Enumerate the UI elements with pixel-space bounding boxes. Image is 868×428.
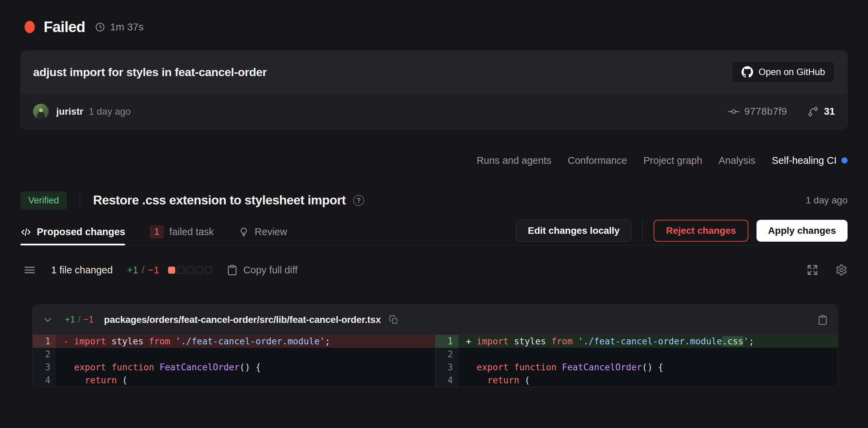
copy-full-diff-label: Copy full diff bbox=[243, 265, 298, 276]
fix-time: 1 day ago bbox=[806, 195, 848, 206]
avatar bbox=[33, 104, 49, 119]
line-number: 4 bbox=[33, 374, 56, 387]
commit-author: juristr 1 day ago bbox=[33, 104, 131, 119]
code-content bbox=[56, 348, 435, 361]
tab-label: Proposed changes bbox=[37, 226, 125, 238]
code-content: return ( bbox=[459, 374, 838, 387]
github-icon bbox=[742, 66, 753, 78]
help-icon[interactable]: ? bbox=[353, 195, 364, 206]
commit-hash[interactable]: 9778b7f9 bbox=[744, 106, 787, 117]
commit-time: 1 day ago bbox=[89, 106, 131, 117]
nav-item-project-graph[interactable]: Project graph bbox=[643, 155, 702, 166]
fix-title: Restore .css extension to stylesheet imp… bbox=[93, 193, 346, 208]
copy-full-diff-button[interactable]: Copy full diff bbox=[226, 264, 298, 276]
nav-item-label: Self-healing CI bbox=[772, 155, 837, 166]
bulb-icon bbox=[238, 227, 249, 238]
commit-meta: 9778b7f9 31 bbox=[728, 105, 835, 118]
tab-proposed-changes[interactable]: Proposed changes bbox=[20, 219, 125, 245]
clock-icon bbox=[95, 22, 105, 32]
diff-line[interactable]: 2 bbox=[33, 348, 435, 361]
code-icon bbox=[20, 227, 31, 238]
diff-line[interactable]: 1+ import styles from './feat-cancel-ord… bbox=[435, 335, 838, 348]
workspace-nav: Runs and agents Conformance Project grap… bbox=[20, 150, 848, 171]
code-content bbox=[459, 348, 838, 361]
diff-toolbar-right bbox=[807, 264, 848, 276]
status-label: Failed bbox=[44, 18, 85, 35]
deletions-count: −1 bbox=[148, 265, 159, 276]
expand-icon[interactable] bbox=[807, 264, 818, 276]
ratio-block bbox=[177, 267, 184, 274]
diff-pane-old: 1- import styles from './feat-cancel-ord… bbox=[33, 335, 435, 387]
file-deletions: −1 bbox=[83, 314, 94, 325]
divider bbox=[642, 221, 643, 240]
edit-changes-locally-button[interactable]: Edit changes locally bbox=[516, 220, 631, 242]
code-content: return ( bbox=[56, 374, 435, 387]
page: Failed 1m 37s adjust import for styles i… bbox=[0, 16, 868, 387]
open-on-github-button[interactable]: Open on GitHub bbox=[732, 61, 835, 83]
diff-line[interactable]: 3 export function FeatCancelOrder() { bbox=[33, 361, 435, 374]
code-content: + import styles from './feat-cancel-orde… bbox=[459, 335, 838, 348]
menu-icon[interactable] bbox=[23, 263, 36, 276]
tab-review[interactable]: Review bbox=[238, 219, 287, 245]
nav-item-runs-and-agents[interactable]: Runs and agents bbox=[477, 155, 551, 166]
fix-tabs-row: Proposed changes 1 failed task Review Ed… bbox=[20, 219, 848, 245]
diff-line[interactable]: 2 bbox=[435, 348, 838, 361]
diff-line[interactable]: 4 return ( bbox=[33, 374, 435, 387]
ratio-block bbox=[196, 267, 203, 274]
diff-line[interactable]: 1- import styles from './feat-cancel-ord… bbox=[33, 335, 435, 348]
diff-toolbar: 1 file changed +1 / −1 Copy full diff bbox=[20, 259, 848, 281]
branch-icon bbox=[807, 105, 819, 118]
fix-header: Verified Restore .css extension to style… bbox=[20, 190, 848, 211]
file-additions: +1 bbox=[65, 314, 75, 325]
gear-icon[interactable] bbox=[835, 264, 848, 276]
commit-card-meta: juristr 1 day ago 9778b7f9 31 bbox=[21, 94, 847, 129]
diff-pane-new: 1+ import styles from './feat-cancel-ord… bbox=[435, 335, 838, 387]
ratio-block bbox=[186, 267, 194, 274]
notification-dot-icon bbox=[841, 157, 848, 163]
commit-icon bbox=[728, 106, 739, 117]
failed-count-badge: 1 bbox=[150, 225, 164, 239]
diff-line[interactable]: 4 return ( bbox=[435, 374, 838, 387]
open-on-github-label: Open on GitHub bbox=[759, 67, 825, 77]
additions-count: +1 bbox=[127, 265, 138, 276]
code-content: - import styles from './feat-cancel-orde… bbox=[56, 335, 435, 348]
branch-count-wrap[interactable]: 31 bbox=[807, 105, 835, 118]
verified-badge: Verified bbox=[20, 191, 67, 210]
line-number: 4 bbox=[435, 374, 459, 387]
code-content: export function FeatCancelOrder() { bbox=[56, 361, 435, 374]
failed-status-icon bbox=[25, 21, 35, 33]
tab-failed-task[interactable]: 1 failed task bbox=[150, 219, 214, 245]
file-stat-separator: / bbox=[78, 314, 81, 325]
copy-file-diff-icon[interactable] bbox=[817, 314, 828, 325]
copy-path-icon[interactable] bbox=[389, 315, 399, 325]
stat-separator: / bbox=[142, 265, 145, 276]
diff-panel: +1 / −1 packages/orders/feat-cancel-orde… bbox=[32, 304, 838, 387]
clipboard-icon bbox=[226, 264, 238, 276]
divider bbox=[80, 190, 80, 210]
line-number: 3 bbox=[33, 361, 56, 374]
chevron-down-icon[interactable] bbox=[42, 314, 53, 325]
tab-label: Review bbox=[255, 226, 287, 238]
nav-item-analysis[interactable]: Analysis bbox=[719, 155, 755, 166]
diff-line[interactable]: 3 export function FeatCancelOrder() { bbox=[435, 361, 838, 374]
branch-count: 31 bbox=[824, 106, 835, 117]
duration-label: 1m 37s bbox=[110, 21, 144, 33]
fix-actions: Edit changes locally Reject changes Appl… bbox=[516, 220, 848, 244]
line-number: 3 bbox=[435, 361, 459, 374]
ratio-block bbox=[205, 267, 212, 274]
line-number: 1 bbox=[33, 335, 56, 348]
diff-body: 1- import styles from './feat-cancel-ord… bbox=[33, 335, 838, 387]
nav-item-self-healing-ci[interactable]: Self-healing CI bbox=[772, 155, 848, 166]
nav-item-conformance[interactable]: Conformance bbox=[568, 155, 627, 166]
commit-card: adjust import for styles in feat-cancel-… bbox=[20, 51, 848, 130]
line-number: 2 bbox=[435, 348, 459, 361]
files-changed-label: 1 file changed bbox=[51, 265, 113, 276]
code-content: export function FeatCancelOrder() { bbox=[459, 361, 838, 374]
diff-file-header[interactable]: +1 / −1 packages/orders/feat-cancel-orde… bbox=[33, 305, 838, 335]
author-name: juristr bbox=[56, 106, 83, 117]
apply-changes-button[interactable]: Apply changes bbox=[757, 220, 848, 242]
reject-changes-button[interactable]: Reject changes bbox=[654, 220, 748, 242]
line-number: 1 bbox=[435, 335, 459, 348]
tab-label: failed task bbox=[169, 226, 214, 238]
file-path: packages/orders/feat-cancel-order/src/li… bbox=[104, 314, 381, 325]
